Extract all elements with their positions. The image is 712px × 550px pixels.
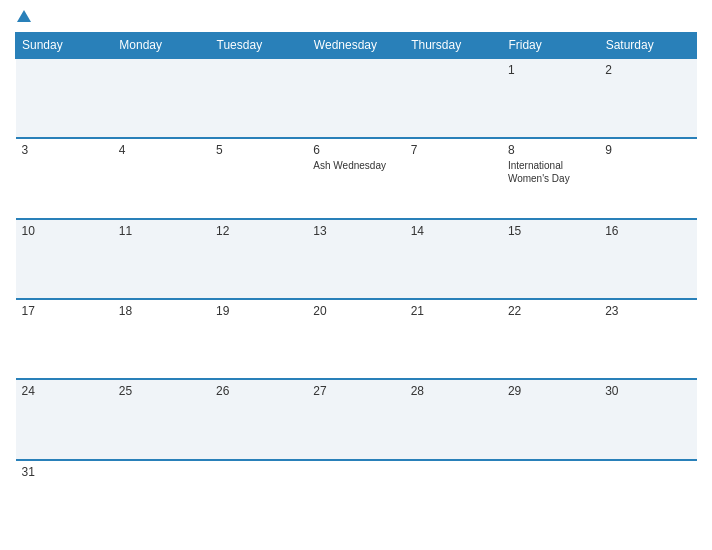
day-number: 21	[411, 304, 496, 318]
calendar-day-cell: 16	[599, 219, 696, 299]
calendar-day-cell: 25	[113, 379, 210, 459]
calendar-day-cell	[599, 460, 696, 540]
calendar-week-row: 10111213141516	[16, 219, 697, 299]
day-number: 2	[605, 63, 690, 77]
day-number: 29	[508, 384, 593, 398]
calendar-day-cell	[210, 58, 307, 138]
calendar-day-cell	[405, 460, 502, 540]
calendar-week-row: 12	[16, 58, 697, 138]
calendar-day-cell: 7	[405, 138, 502, 218]
day-number: 6	[313, 143, 398, 157]
day-number: 24	[22, 384, 107, 398]
calendar-week-row: 24252627282930	[16, 379, 697, 459]
calendar-day-cell: 2	[599, 58, 696, 138]
calendar-day-cell: 15	[502, 219, 599, 299]
calendar-day-cell	[405, 58, 502, 138]
day-number: 19	[216, 304, 301, 318]
calendar-table: SundayMondayTuesdayWednesdayThursdayFrid…	[15, 32, 697, 540]
day-number: 12	[216, 224, 301, 238]
day-number: 26	[216, 384, 301, 398]
day-number: 16	[605, 224, 690, 238]
calendar-day-cell: 9	[599, 138, 696, 218]
calendar-day-cell: 24	[16, 379, 113, 459]
calendar-day-cell: 3	[16, 138, 113, 218]
calendar-day-cell: 12	[210, 219, 307, 299]
day-number: 10	[22, 224, 107, 238]
event-label: Ash Wednesday	[313, 159, 398, 172]
day-header-row: SundayMondayTuesdayWednesdayThursdayFrid…	[16, 33, 697, 59]
logo	[15, 10, 31, 24]
day-number: 13	[313, 224, 398, 238]
calendar-day-cell	[16, 58, 113, 138]
calendar-week-row: 31	[16, 460, 697, 540]
day-number: 4	[119, 143, 204, 157]
day-of-week-header: Monday	[113, 33, 210, 59]
calendar-day-cell: 21	[405, 299, 502, 379]
calendar-day-cell: 27	[307, 379, 404, 459]
calendar-day-cell: 6Ash Wednesday	[307, 138, 404, 218]
day-number: 9	[605, 143, 690, 157]
calendar-week-row: 17181920212223	[16, 299, 697, 379]
day-number: 23	[605, 304, 690, 318]
calendar-day-cell: 30	[599, 379, 696, 459]
calendar-day-cell: 11	[113, 219, 210, 299]
calendar-day-cell: 4	[113, 138, 210, 218]
day-number: 11	[119, 224, 204, 238]
calendar-container: SundayMondayTuesdayWednesdayThursdayFrid…	[0, 0, 712, 550]
day-number: 7	[411, 143, 496, 157]
calendar-day-cell: 31	[16, 460, 113, 540]
day-number: 30	[605, 384, 690, 398]
day-of-week-header: Saturday	[599, 33, 696, 59]
logo-triangle-icon	[17, 10, 31, 22]
day-number: 17	[22, 304, 107, 318]
day-of-week-header: Tuesday	[210, 33, 307, 59]
calendar-day-cell: 26	[210, 379, 307, 459]
day-number: 18	[119, 304, 204, 318]
day-number: 14	[411, 224, 496, 238]
day-number: 1	[508, 63, 593, 77]
day-of-week-header: Friday	[502, 33, 599, 59]
calendar-day-cell: 22	[502, 299, 599, 379]
calendar-day-cell: 8International Women's Day	[502, 138, 599, 218]
calendar-day-cell: 19	[210, 299, 307, 379]
calendar-day-cell: 18	[113, 299, 210, 379]
calendar-day-cell: 28	[405, 379, 502, 459]
calendar-day-cell: 10	[16, 219, 113, 299]
day-number: 8	[508, 143, 593, 157]
calendar-day-cell	[307, 58, 404, 138]
calendar-week-row: 3456Ash Wednesday78International Women's…	[16, 138, 697, 218]
day-number: 22	[508, 304, 593, 318]
day-number: 20	[313, 304, 398, 318]
calendar-day-cell: 14	[405, 219, 502, 299]
day-number: 31	[22, 465, 107, 479]
calendar-day-cell	[210, 460, 307, 540]
calendar-day-cell	[307, 460, 404, 540]
calendar-day-cell: 17	[16, 299, 113, 379]
calendar-day-cell	[113, 460, 210, 540]
event-label: International Women's Day	[508, 159, 593, 185]
calendar-header	[15, 10, 697, 24]
calendar-day-cell: 5	[210, 138, 307, 218]
calendar-day-cell: 13	[307, 219, 404, 299]
day-of-week-header: Sunday	[16, 33, 113, 59]
day-number: 27	[313, 384, 398, 398]
day-number: 3	[22, 143, 107, 157]
day-of-week-header: Thursday	[405, 33, 502, 59]
day-number: 5	[216, 143, 301, 157]
calendar-day-cell: 20	[307, 299, 404, 379]
calendar-day-cell	[113, 58, 210, 138]
calendar-day-cell	[502, 460, 599, 540]
calendar-day-cell: 1	[502, 58, 599, 138]
calendar-day-cell: 29	[502, 379, 599, 459]
day-number: 28	[411, 384, 496, 398]
day-of-week-header: Wednesday	[307, 33, 404, 59]
calendar-day-cell: 23	[599, 299, 696, 379]
day-number: 25	[119, 384, 204, 398]
day-number: 15	[508, 224, 593, 238]
